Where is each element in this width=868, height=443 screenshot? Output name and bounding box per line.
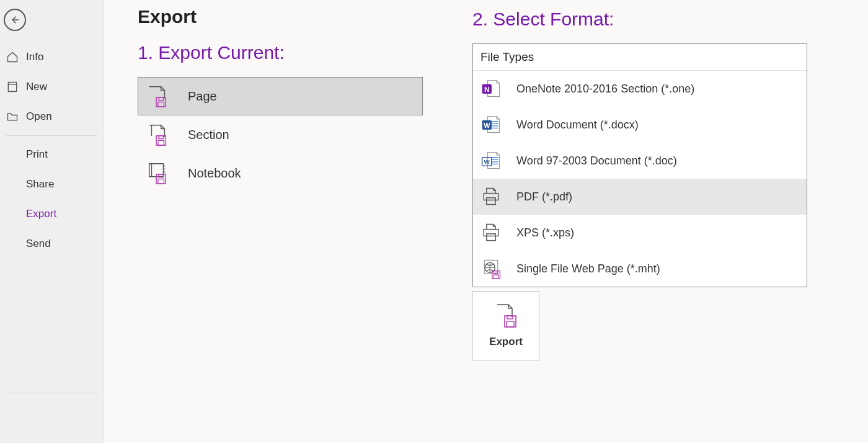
export-button[interactable]: Export [472,291,539,360]
format-label: Single File Web Page (*.mht) [516,262,660,275]
format-label: PDF (*.pdf) [516,190,572,204]
svg-text:W: W [484,158,490,165]
svg-text:N: N [484,85,489,93]
nav-info[interactable]: Info [0,42,104,72]
svg-rect-10 [158,179,164,184]
nav-divider [6,135,97,136]
export-current-heading: 1. Export Current: [138,42,423,63]
select-format-heading: 2. Select Format: [472,9,807,30]
svg-rect-3 [158,102,164,107]
page-icon [6,81,19,93]
svg-rect-0 [8,83,16,92]
svg-rect-19 [484,230,498,236]
word-old-icon: W [479,149,503,172]
svg-rect-28 [507,321,514,327]
svg-rect-24 [494,271,498,274]
nav-print[interactable]: Print [0,140,104,169]
nav-label: Info [26,51,43,63]
export-button-label: Export [489,336,523,348]
svg-text:W: W [484,122,490,129]
folder-icon [6,110,19,123]
nav-new[interactable]: New [0,72,104,102]
svg-rect-6 [158,141,164,146]
nav-export[interactable]: Export [0,199,104,229]
format-label: OneNote 2010-2016 Section (*.one) [516,83,694,96]
nav-label: Open [26,110,52,123]
nav-label: Print [26,148,48,161]
format-label: Word 97-2003 Document (*.doc) [516,154,677,168]
option-notebook[interactable]: Notebook [138,154,423,192]
format-mht[interactable]: Single File Web Page (*.mht) [473,251,807,287]
word-icon: W [479,113,503,136]
format-pdf[interactable]: PDF (*.pdf) [473,179,807,215]
format-label: Word Document (*.docx) [516,119,639,132]
back-button[interactable] [4,9,26,31]
nav-open[interactable]: Open [0,102,104,132]
page-title: Export [138,6,423,27]
section-save-icon [146,123,169,146]
svg-rect-20 [487,234,495,241]
format-doc[interactable]: W Word 97-2003 Document (*.doc) [473,143,807,179]
home-icon [6,51,19,63]
page-save-icon [494,303,518,328]
format-xps[interactable]: XPS (*.xps) [473,215,807,251]
nav-label: Send [26,238,51,250]
web-save-icon [479,257,503,280]
option-label: Section [188,128,229,142]
format-onenote[interactable]: N OneNote 2010-2016 Section (*.one) [473,71,807,107]
format-label: XPS (*.xps) [516,226,574,239]
notebook-save-icon [146,161,169,185]
option-section[interactable]: Section [138,115,423,154]
file-types-header: File Types [473,44,807,71]
format-docx[interactable]: W Word Document (*.docx) [473,107,807,143]
printer-icon [479,185,503,208]
page-save-icon [146,84,169,108]
svg-rect-25 [494,275,498,279]
nav-send[interactable]: Send [0,229,104,259]
nav-share[interactable]: Share [0,169,104,199]
nav-divider [6,393,97,393]
nav-label: Export [26,208,56,220]
format-list: File Types N OneNote 2010-2016 Section (… [472,43,807,287]
svg-rect-17 [484,194,498,200]
printer-icon [479,221,503,244]
option-page[interactable]: Page [138,77,423,115]
svg-rect-18 [487,198,495,205]
option-label: Notebook [188,166,241,181]
onenote-icon: N [479,77,503,101]
nav-label: Share [26,178,54,190]
arrow-left-icon [9,14,20,25]
nav-label: New [26,81,47,93]
option-label: Page [188,89,217,104]
